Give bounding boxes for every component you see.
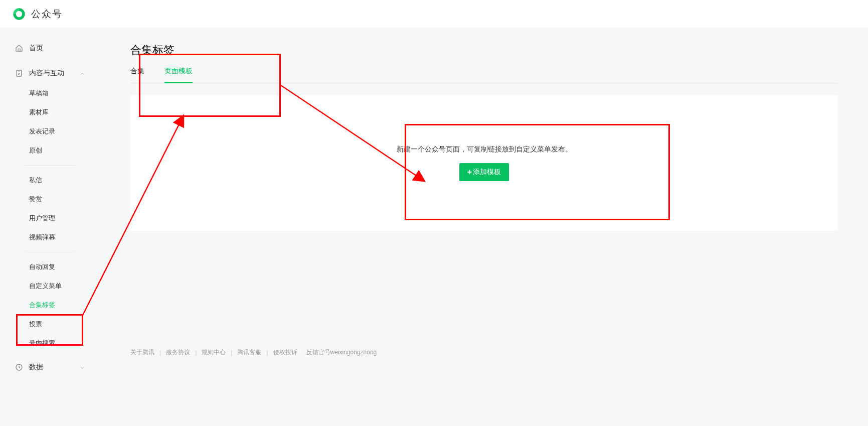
- doc-icon: [15, 69, 23, 77]
- sidebar-sub-users[interactable]: 用户管理: [29, 209, 100, 228]
- logo[interactable]: 公众号: [12, 7, 63, 21]
- wechat-mp-logo-icon: [12, 7, 26, 21]
- sidebar-label: 内容与互动: [29, 69, 64, 78]
- chevron-down-icon: [79, 364, 85, 370]
- plus-icon: +: [467, 168, 472, 177]
- main-content: 合集标签 合集 页面模板 新建一个公众号页面，可复制链接放到自定义菜单发布。 +…: [100, 28, 868, 392]
- sidebar-sub-video[interactable]: 视频弹幕: [29, 228, 100, 247]
- sidebar-sub-custom-menu[interactable]: 自定义菜单: [29, 276, 100, 296]
- logo-text: 公众号: [31, 8, 63, 21]
- sidebar-sublist: 草稿箱 素材库 发表记录 原创 私信 赞赏 用户管理 视频弹幕 自动回复 自定义…: [0, 84, 100, 353]
- sidebar-sub-vote[interactable]: 投票: [29, 315, 100, 334]
- tabs: 合集 页面模板: [130, 67, 838, 83]
- sidebar-item-content[interactable]: 内容与互动: [0, 63, 100, 84]
- header: 公众号: [0, 0, 868, 28]
- sidebar-label: 首页: [29, 44, 43, 53]
- sidebar-item-home[interactable]: 首页: [0, 38, 100, 59]
- footer-link-infringe[interactable]: 侵权投诉: [273, 348, 297, 357]
- footer-link-tos[interactable]: 服务协议: [166, 348, 190, 357]
- footer-link-rules[interactable]: 规则中心: [202, 348, 226, 357]
- sidebar-sub-autoreply[interactable]: 自动回复: [29, 257, 100, 276]
- sidebar-item-data[interactable]: 数据: [0, 357, 100, 378]
- tab-collection[interactable]: 合集: [130, 67, 144, 83]
- sidebar-sub-publish-log[interactable]: 发表记录: [29, 122, 100, 141]
- divider: [25, 252, 75, 252]
- sidebar-label: 数据: [29, 363, 43, 372]
- card-description: 新建一个公众号页面，可复制链接放到自定义菜单发布。: [397, 145, 572, 154]
- sidebar-sub-dm[interactable]: 私信: [29, 171, 100, 190]
- add-template-button[interactable]: + 添加模板: [459, 163, 509, 181]
- chevron-up-icon: [79, 70, 85, 76]
- tab-page-template[interactable]: 页面模板: [164, 67, 193, 83]
- sidebar-sub-collection-tags[interactable]: 合集标签: [29, 296, 100, 315]
- sidebar-sub-reward[interactable]: 赞赏: [29, 190, 100, 209]
- footer-feedback: 反馈官号weixingongzhong: [306, 348, 377, 357]
- footer: 关于腾讯| 服务协议| 规则中心| 腾讯客服| 侵权投诉 反馈官号weixing…: [130, 348, 377, 357]
- sidebar-sub-search[interactable]: 号内搜索: [29, 334, 100, 353]
- content-card: 新建一个公众号页面，可复制链接放到自定义菜单发布。 + 添加模板: [130, 95, 838, 231]
- sidebar: 首页 内容与互动 草稿箱 素材库 发表记录 原创 私信 赞赏 用户管理: [0, 28, 100, 392]
- sidebar-sub-assets[interactable]: 素材库: [29, 103, 100, 122]
- footer-link-about[interactable]: 关于腾讯: [130, 348, 154, 357]
- divider: [25, 165, 75, 166]
- sidebar-sub-original[interactable]: 原创: [29, 141, 100, 160]
- page-title: 合集标签: [130, 43, 838, 58]
- sidebar-sub-drafts[interactable]: 草稿箱: [29, 84, 100, 103]
- clock-icon: [15, 363, 23, 371]
- add-button-label: 添加模板: [473, 168, 501, 177]
- footer-link-support[interactable]: 腾讯客服: [237, 348, 261, 357]
- home-icon: [15, 44, 23, 52]
